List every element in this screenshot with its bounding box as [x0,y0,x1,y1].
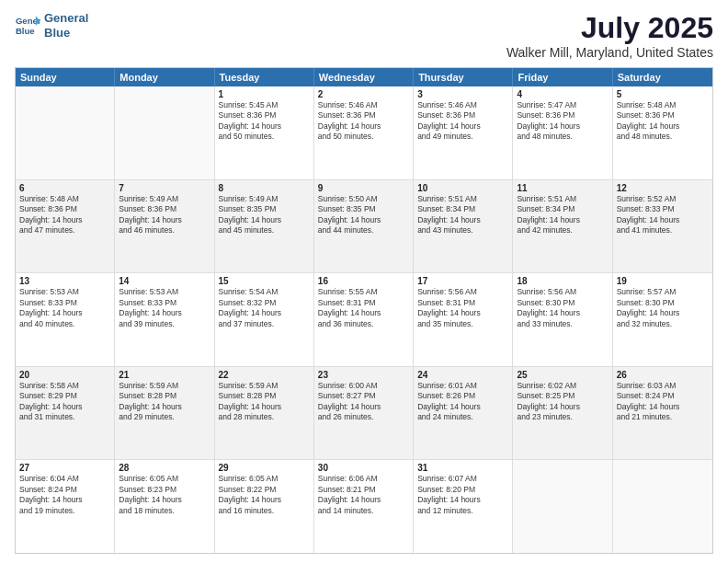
calendar-body: 1Sunrise: 5:45 AMSunset: 8:36 PMDaylight… [16,86,712,553]
day-number: 23 [318,370,409,380]
weekday-header-tuesday: Tuesday [215,68,314,86]
cell-text-line: Daylight: 14 hours [219,402,310,412]
calendar-row-2: 6Sunrise: 5:48 AMSunset: 8:36 PMDaylight… [16,179,712,273]
day-number: 14 [119,276,210,286]
cell-text-line: Sunset: 8:30 PM [517,298,608,308]
day-number: 15 [219,276,310,286]
cell-text-line: Sunrise: 5:46 AM [318,100,409,110]
cell-text-line: Sunset: 8:20 PM [417,485,508,495]
cell-text-line: Sunrise: 5:48 AM [617,100,709,110]
cell-text-line: Daylight: 14 hours [19,308,110,318]
cell-text-line: and 42 minutes. [517,225,608,236]
cell-text-line: Sunset: 8:33 PM [19,298,110,308]
day-cell-19: 19Sunrise: 5:57 AMSunset: 8:30 PMDayligh… [613,273,712,366]
cell-text-line: and 48 minutes. [617,132,709,142]
day-number: 13 [19,276,110,286]
cell-text-line: and 49 minutes. [417,132,508,142]
cell-text-line: Sunrise: 5:55 AM [318,287,409,297]
cell-text-line: Daylight: 14 hours [617,308,709,318]
cell-text-line: Sunrise: 5:56 AM [517,287,608,297]
cell-text-line: Daylight: 14 hours [119,308,210,318]
cell-text-line: Sunrise: 5:57 AM [617,287,709,297]
logo-text: GeneralBlue [44,11,88,40]
cell-text-line: Sunrise: 6:03 AM [617,381,709,391]
day-number: 31 [417,463,508,473]
cell-text-line: Sunset: 8:36 PM [517,110,608,121]
title-block: July 2025 Walker Mill, Maryland, United … [506,11,713,60]
cell-text-line: and 48 minutes. [517,132,608,142]
cell-text-line: and 50 minutes. [219,132,310,142]
cell-text-line: Daylight: 14 hours [119,215,210,225]
page: General Blue GeneralBlue July 2025 Walke… [0,0,728,563]
day-cell-20: 20Sunrise: 5:58 AMSunset: 8:29 PMDayligh… [16,367,115,460]
cell-text-line: and 32 minutes. [617,319,709,329]
day-cell-7: 7Sunrise: 5:49 AMSunset: 8:36 PMDaylight… [115,180,214,273]
cell-text-line: Daylight: 14 hours [119,495,210,505]
cell-text-line: Sunset: 8:35 PM [219,204,310,214]
weekday-header-saturday: Saturday [613,68,712,86]
cell-text-line: Sunset: 8:31 PM [417,298,508,308]
cell-text-line: and 50 minutes. [318,132,409,142]
cell-text-line: and 43 minutes. [417,225,508,236]
cell-text-line: and 29 minutes. [119,412,210,422]
calendar-row-4: 20Sunrise: 5:58 AMSunset: 8:29 PMDayligh… [16,366,712,460]
cell-text-line: Sunset: 8:36 PM [617,110,709,121]
cell-text-line: Sunrise: 5:51 AM [417,194,508,204]
calendar-row-1: 1Sunrise: 5:45 AMSunset: 8:36 PMDaylight… [16,86,712,179]
weekday-header-thursday: Thursday [414,68,513,86]
day-cell-28: 28Sunrise: 6:05 AMSunset: 8:23 PMDayligh… [115,460,214,553]
day-number: 9 [318,183,409,193]
day-number: 10 [417,183,508,193]
cell-text-line: Sunset: 8:22 PM [219,485,310,495]
cell-text-line: Sunset: 8:33 PM [617,204,709,214]
day-cell-3: 3Sunrise: 5:46 AMSunset: 8:36 PMDaylight… [414,86,513,179]
day-number: 18 [517,276,608,286]
cell-text-line: Sunrise: 5:49 AM [219,194,310,204]
cell-text-line: and 33 minutes. [517,319,608,329]
cell-text-line: Sunset: 8:36 PM [119,204,210,214]
logo: General Blue GeneralBlue [15,11,88,40]
cell-text-line: Daylight: 14 hours [417,121,508,132]
cell-text-line: Daylight: 14 hours [517,402,608,412]
day-cell-22: 22Sunrise: 5:59 AMSunset: 8:28 PMDayligh… [215,367,314,460]
logo-icon: General Blue [15,13,40,39]
cell-text-line: Sunset: 8:30 PM [617,298,709,308]
cell-text-line: Sunrise: 5:59 AM [119,381,210,391]
cell-text-line: Daylight: 14 hours [617,402,709,412]
cell-text-line: Daylight: 14 hours [417,402,508,412]
day-number: 20 [19,370,110,380]
cell-text-line: Daylight: 14 hours [19,495,110,505]
cell-text-line: Daylight: 14 hours [318,402,409,412]
cell-text-line: Daylight: 14 hours [318,215,409,225]
cell-text-line: Sunset: 8:25 PM [517,391,608,401]
weekday-header-sunday: Sunday [16,68,115,86]
cell-text-line: and 46 minutes. [119,225,210,236]
cell-text-line: Sunset: 8:31 PM [318,298,409,308]
day-cell-21: 21Sunrise: 5:59 AMSunset: 8:28 PMDayligh… [115,367,214,460]
cell-text-line: and 37 minutes. [219,319,310,329]
cell-text-line: and 12 minutes. [417,506,508,516]
cell-text-line: Sunrise: 5:54 AM [219,287,310,297]
day-cell-16: 16Sunrise: 5:55 AMSunset: 8:31 PMDayligh… [314,273,414,366]
cell-text-line: Sunset: 8:23 PM [119,485,210,495]
cell-text-line: Sunrise: 5:45 AM [219,100,310,110]
svg-text:Blue: Blue [16,25,35,35]
cell-text-line: Sunrise: 6:05 AM [119,474,210,484]
cell-text-line: Sunset: 8:24 PM [19,485,110,495]
day-cell-8: 8Sunrise: 5:49 AMSunset: 8:35 PMDaylight… [215,180,314,273]
day-number: 4 [517,89,608,99]
day-cell-5: 5Sunrise: 5:48 AMSunset: 8:36 PMDaylight… [613,86,712,179]
calendar-row-5: 27Sunrise: 6:04 AMSunset: 8:24 PMDayligh… [16,459,712,553]
cell-text-line: Daylight: 14 hours [517,121,608,132]
cell-text-line: Daylight: 14 hours [318,308,409,318]
cell-text-line: and 19 minutes. [19,506,110,516]
cell-text-line: and 35 minutes. [417,319,508,329]
calendar-row-3: 13Sunrise: 5:53 AMSunset: 8:33 PMDayligh… [16,272,712,366]
weekday-header-friday: Friday [513,68,612,86]
cell-text-line: and 28 minutes. [219,412,310,422]
cell-text-line: and 24 minutes. [417,412,508,422]
cell-text-line: Sunset: 8:34 PM [417,204,508,214]
day-number: 16 [318,276,409,286]
day-number: 25 [517,370,608,380]
cell-text-line: and 16 minutes. [219,506,310,516]
